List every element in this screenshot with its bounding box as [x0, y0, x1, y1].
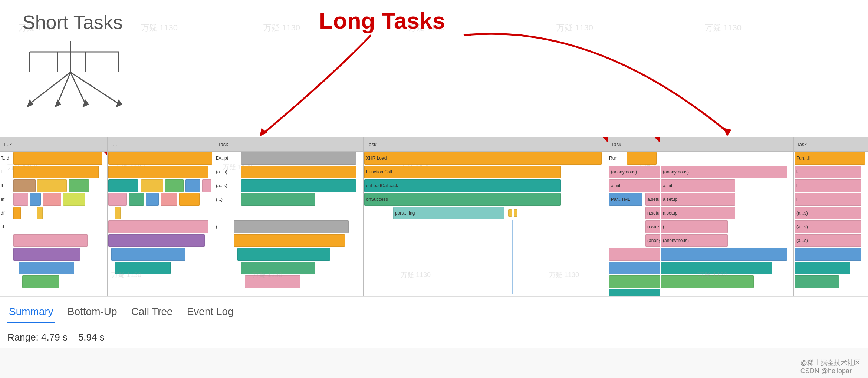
- flame-block[interactable]: [795, 262, 850, 274]
- flame-block[interactable]: [108, 193, 127, 206]
- range-label: Range: 4.79 s – 5.94 s: [7, 332, 105, 343]
- flame-block[interactable]: [234, 234, 345, 247]
- flame-block[interactable]: [13, 207, 21, 219]
- as-bar-2[interactable]: (a...s): [795, 220, 861, 233]
- svg-line-7: [70, 72, 119, 104]
- flame-block[interactable]: [63, 193, 85, 206]
- anonymous-bar-1[interactable]: (anonymous): [609, 166, 660, 178]
- flame-block[interactable]: [146, 193, 159, 206]
- flame-block[interactable]: [795, 248, 861, 261]
- flame-block[interactable]: [22, 275, 59, 288]
- parsing-label: pars...ring: [395, 210, 415, 216]
- ainit-bar-r[interactable]: a.init: [661, 179, 735, 192]
- flame-block: [508, 209, 512, 217]
- nsetup-bar-r[interactable]: n.setup: [661, 207, 735, 219]
- flame-block[interactable]: [13, 179, 36, 192]
- function-call-bar[interactable]: Function Call: [364, 166, 561, 178]
- flame-block[interactable]: [241, 262, 315, 274]
- ainit-bar-1[interactable]: a.init: [609, 179, 660, 192]
- flame-block[interactable]: [108, 220, 208, 233]
- flame-block[interactable]: [609, 262, 660, 274]
- anonymous-bar-2[interactable]: (anonymous): [645, 234, 660, 247]
- flame-block[interactable]: [141, 179, 163, 192]
- panel-3-header: Task: [215, 137, 363, 152]
- flame-block[interactable]: [661, 248, 787, 261]
- flame-block[interactable]: [161, 193, 177, 206]
- onsuccess-bar[interactable]: onSuccess: [364, 193, 561, 206]
- panel-1-body: 万疑 1130 T...d F...l ff: [0, 152, 107, 296]
- flame-block[interactable]: [165, 179, 184, 192]
- onload-callback-bar[interactable]: onLoadCallback: [364, 179, 561, 192]
- flame-block[interactable]: [241, 166, 356, 178]
- flame-block[interactable]: [795, 275, 839, 288]
- flame-block[interactable]: [129, 193, 144, 206]
- flame-block[interactable]: [115, 207, 121, 219]
- watermark-5: 万疑 1130: [556, 22, 593, 33]
- partml-bar[interactable]: Par...TML: [609, 193, 642, 206]
- svg-line-3: [57, 72, 70, 104]
- dotdot-bar-r[interactable]: (...: [661, 220, 728, 233]
- l-bar[interactable]: l: [795, 179, 861, 192]
- funll-bar[interactable]: Fun...ll: [795, 152, 865, 165]
- svg-marker-16: [723, 128, 731, 136]
- flame-block[interactable]: [13, 166, 99, 178]
- tab-bottom-up[interactable]: Bottom-Up: [66, 302, 119, 321]
- flame-block[interactable]: [30, 193, 41, 206]
- svg-marker-4: [55, 99, 61, 107]
- tab-call-tree[interactable]: Call Tree: [130, 302, 174, 321]
- i-bar[interactable]: i: [795, 193, 861, 206]
- flame-block[interactable]: [13, 152, 102, 165]
- flame-block[interactable]: [13, 248, 80, 261]
- flame-block[interactable]: [661, 275, 754, 288]
- flame-block[interactable]: [245, 275, 300, 288]
- flame-block[interactable]: [13, 193, 28, 206]
- run-bar[interactable]: [627, 152, 657, 165]
- flame-block[interactable]: [37, 179, 67, 192]
- flame-block[interactable]: [179, 193, 200, 206]
- tabs-area: Summary Bottom-Up Call Tree Event Log: [0, 296, 868, 326]
- nsetup-bar-1[interactable]: n.setup: [645, 207, 660, 219]
- flame-block[interactable]: [111, 248, 185, 261]
- asetup-bar-1[interactable]: a.setup: [645, 193, 660, 206]
- tab-summary[interactable]: Summary: [7, 302, 55, 321]
- flame-block[interactable]: [115, 262, 171, 274]
- as-bar-3[interactable]: (a...s): [795, 234, 861, 247]
- flame-block[interactable]: [241, 193, 315, 206]
- flame-block[interactable]: [185, 179, 200, 192]
- panel-6-header: [660, 137, 793, 152]
- asetup-bar-r[interactable]: a.setup: [661, 193, 735, 206]
- range-area: Range: 4.79 s – 5.94 s: [0, 326, 868, 348]
- flame-block[interactable]: [19, 262, 74, 274]
- flame-block[interactable]: [108, 179, 138, 192]
- flame-block[interactable]: [37, 207, 43, 219]
- anonymous-bar-r[interactable]: (anonymous): [661, 166, 787, 178]
- xhr-load-bar[interactable]: XHR Load: [364, 152, 602, 165]
- flame-block[interactable]: [661, 262, 772, 274]
- k-bar[interactable]: k: [795, 166, 861, 178]
- funll-label: Fun...ll: [796, 156, 810, 161]
- dotdot-label-r: (...: [663, 224, 668, 229]
- flame-block[interactable]: [241, 152, 356, 165]
- flame-block[interactable]: [609, 275, 660, 288]
- nwired-bar[interactable]: n.wireD...Buttons: [645, 220, 660, 233]
- flame-block[interactable]: [241, 179, 356, 192]
- flame-block[interactable]: [43, 193, 61, 206]
- flame-block[interactable]: [13, 234, 88, 247]
- flame-block[interactable]: [237, 248, 330, 261]
- anonymous-label-2: (anonymous): [647, 238, 660, 243]
- flame-block[interactable]: [609, 289, 660, 296]
- flame-block[interactable]: [69, 179, 89, 192]
- tab-event-log[interactable]: Event Log: [185, 302, 235, 321]
- panel-1-header: T...k: [0, 137, 107, 152]
- flame-block[interactable]: [609, 248, 660, 261]
- anonymous-bar-r2[interactable]: (anonymous): [661, 234, 728, 247]
- as-bar-1[interactable]: (a...s): [795, 207, 861, 219]
- flame-block[interactable]: [202, 179, 211, 192]
- panel-4-body: 万疑 1130 XHR Load Function Call: [364, 152, 608, 296]
- flame-block[interactable]: [108, 234, 205, 247]
- flame-block[interactable]: [234, 220, 349, 233]
- flame-block[interactable]: [108, 152, 212, 165]
- parsing-bar[interactable]: pars...ring: [393, 207, 504, 219]
- panel-7-header: Task: [794, 137, 868, 152]
- flame-block[interactable]: [108, 166, 208, 178]
